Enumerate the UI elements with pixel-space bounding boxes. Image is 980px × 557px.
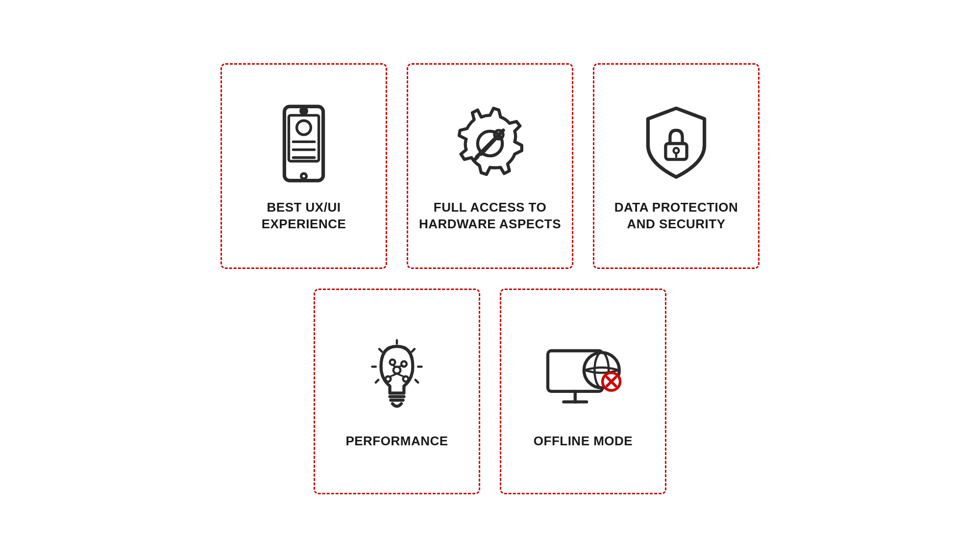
card-label-ux-ui: BEST UX/UI EXPERIENCE — [262, 199, 346, 233]
bottom-row: PERFORMANCE — [314, 289, 666, 494]
top-row: BEST UX/UI EXPERIENCE — [220, 63, 760, 269]
svg-rect-0 — [284, 106, 323, 180]
features-grid: BEST UX/UI EXPERIENCE — [220, 63, 760, 494]
card-label-performance: PERFORMANCE — [345, 433, 448, 450]
svg-line-23 — [391, 373, 397, 376]
svg-line-29 — [412, 349, 415, 351]
card-label-security: DATA PROTECTION AND SECURITY — [614, 199, 738, 233]
svg-point-3 — [301, 173, 307, 179]
shield-lock-icon — [632, 99, 720, 190]
card-performance: PERFORMANCE — [314, 289, 480, 494]
card-label-offline: OFFLINE MODE — [534, 433, 633, 450]
svg-point-20 — [403, 376, 409, 382]
svg-rect-1 — [289, 115, 318, 161]
monitor-globe-icon — [539, 333, 627, 423]
svg-point-19 — [386, 376, 391, 382]
card-label-hardware: FULL ACCESS TO HARDWARE ASPECTS — [419, 199, 561, 233]
phone-icon — [260, 99, 348, 190]
svg-point-4 — [297, 121, 311, 135]
svg-line-26 — [399, 365, 403, 366]
card-hardware: FULL ACCESS TO HARDWARE ASPECTS — [407, 63, 573, 269]
svg-line-24 — [397, 373, 403, 376]
svg-line-32 — [376, 380, 378, 382]
svg-line-33 — [416, 380, 418, 382]
svg-point-2 — [302, 109, 305, 113]
svg-line-28 — [379, 349, 382, 351]
svg-line-12 — [474, 157, 478, 160]
lightbulb-icon — [353, 333, 441, 423]
card-security: DATA PROTECTION AND SECURITY — [593, 63, 760, 269]
card-offline: OFFLINE MODE — [500, 289, 666, 494]
card-ux-ui: BEST UX/UI EXPERIENCE — [220, 63, 387, 269]
gear-tools-icon — [446, 99, 534, 190]
svg-point-18 — [393, 366, 400, 373]
